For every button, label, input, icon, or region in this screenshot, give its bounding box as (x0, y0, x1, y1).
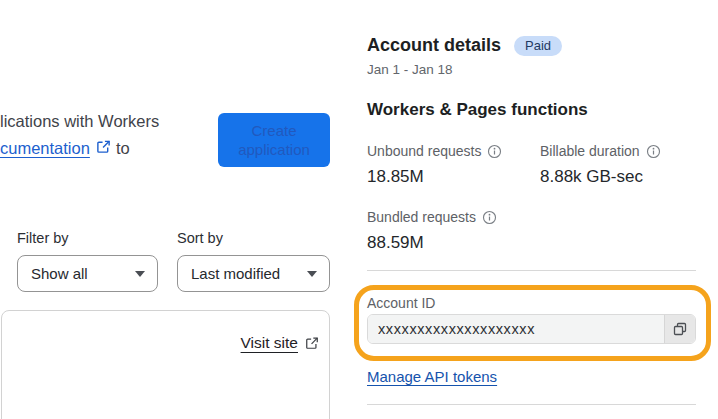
visit-site-link[interactable]: Visit site (241, 334, 298, 352)
account-id-input[interactable] (368, 315, 664, 343)
intro-text: lications with Workers cumentation to (0, 108, 210, 162)
metric-value: 8.88k GB-sec (540, 167, 661, 187)
info-icon[interactable] (482, 210, 497, 225)
external-link-icon (96, 135, 111, 162)
create-application-label-line1: Create (251, 121, 296, 140)
metric-label: Billable duration (540, 143, 661, 159)
chevron-down-icon (307, 271, 317, 277)
date-range: Jan 1 - Jan 18 (367, 62, 453, 77)
metric-label: Bundled requests (367, 209, 497, 225)
visit-site-row: Visit site (241, 334, 319, 352)
filter-select-value: Show all (31, 265, 88, 282)
account-id-label: Account ID (367, 295, 435, 311)
divider (367, 404, 696, 405)
divider (367, 270, 696, 271)
account-details-title: Account details (367, 35, 501, 56)
metric-label: Unbound requests (367, 143, 502, 159)
info-icon[interactable] (646, 144, 661, 159)
metric-bundled-requests: Bundled requests 88.59M (367, 209, 497, 253)
intro-line2: cumentation to (0, 135, 210, 162)
plan-badge: Paid (514, 36, 562, 56)
filter-select[interactable]: Show all (17, 255, 158, 292)
intro-line1: lications with Workers (0, 108, 210, 135)
metric-label-text: Billable duration (540, 143, 640, 159)
info-icon[interactable] (487, 144, 502, 159)
metric-value: 88.59M (367, 233, 497, 253)
metric-billable-duration: Billable duration 8.88k GB-sec (540, 143, 661, 187)
metric-label-text: Bundled requests (367, 209, 476, 225)
sort-select[interactable]: Last modified (177, 255, 330, 292)
chevron-down-icon (135, 271, 145, 277)
account-id-field-group (367, 314, 696, 344)
sort-select-value: Last modified (191, 265, 280, 282)
sort-by-label: Sort by (177, 230, 223, 246)
manage-api-tokens-link[interactable]: Manage API tokens (367, 368, 497, 385)
documentation-link[interactable]: cumentation (0, 135, 90, 162)
metric-label-text: Unbound requests (367, 143, 481, 159)
metric-unbound-requests: Unbound requests 18.85M (367, 143, 502, 187)
copy-account-id-button[interactable] (664, 315, 695, 343)
create-application-button[interactable]: Create application (218, 113, 330, 167)
project-card: Visit site (1, 310, 330, 419)
create-application-label-line2: application (238, 140, 310, 159)
external-link-icon (305, 336, 319, 350)
metric-value: 18.85M (367, 167, 502, 187)
usage-section-title: Workers & Pages functions (367, 100, 588, 120)
intro-suffix: to (116, 135, 130, 162)
filter-by-label: Filter by (17, 230, 69, 246)
account-details-header: Account details Paid (367, 35, 562, 56)
copy-icon (672, 321, 688, 337)
